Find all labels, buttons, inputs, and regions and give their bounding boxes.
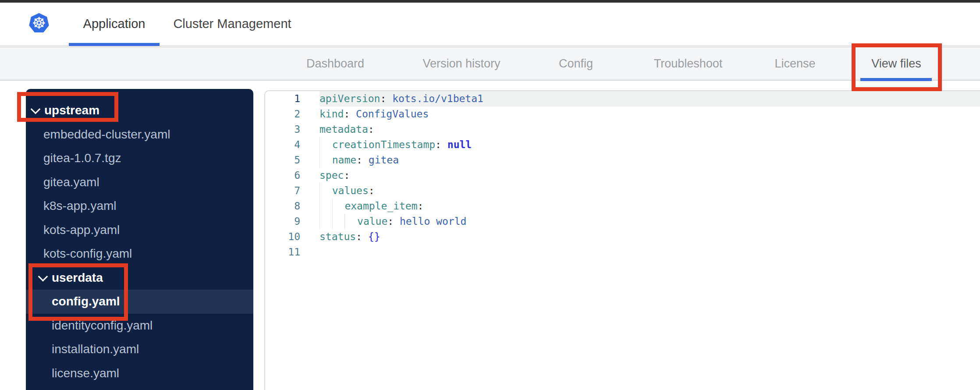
app-header: ☸ Application Cluster Management [0, 3, 980, 46]
tree-item-kots-app.yaml[interactable]: kots-app.yaml [26, 218, 253, 242]
subnav-tab-view-files[interactable]: View files [871, 47, 921, 80]
indent-guide [332, 214, 345, 229]
line-number: 9 [265, 214, 320, 229]
tab-cluster-management-label: Cluster Management [173, 17, 291, 31]
tree-item-userdata[interactable]: userdata [26, 266, 253, 290]
code-line-content: apiVersion: kots.io/v1beta1 [320, 91, 980, 106]
line-number: 3 [265, 122, 320, 137]
tree-item-installation.yaml[interactable]: installation.yaml [26, 337, 253, 362]
tree-item-label: kots-config.yaml [43, 247, 132, 261]
code-line-content: spec: [320, 168, 980, 183]
subnav-tab-dashboard[interactable]: Dashboard [306, 47, 364, 80]
line-number: 2 [265, 106, 320, 122]
tab-cluster-management[interactable]: Cluster Management [167, 3, 298, 45]
indent-guide [320, 152, 332, 168]
code-line-8: 8 example_item: [265, 199, 980, 214]
subnav-tab-config[interactable]: Config [559, 47, 593, 80]
tree-item-identityconfig.yaml[interactable]: identityconfig.yaml [26, 314, 253, 338]
code-line-3: 3metadata: [265, 122, 980, 137]
tab-application[interactable]: Application [69, 3, 160, 45]
code-line-6: 6spec: [265, 168, 980, 183]
tree-item-upstream[interactable]: upstream [26, 99, 253, 123]
tree-item-label: embedded-cluster.yaml [43, 128, 170, 142]
line-number: 5 [265, 152, 320, 168]
subnav-tab-version-history[interactable]: Version history [423, 47, 500, 80]
active-tab-underline [69, 43, 160, 46]
line-number: 10 [265, 229, 320, 245]
tree-item-gitea.yaml[interactable]: gitea.yaml [26, 170, 253, 195]
tree-item-gitea-1.0.7.tgz[interactable]: gitea-1.0.7.tgz [26, 146, 253, 170]
line-number: 4 [265, 137, 320, 152]
tab-application-label: Application [83, 17, 146, 31]
tree-item-label: gitea-1.0.7.tgz [43, 151, 121, 165]
tree-item-label: license.yaml [52, 366, 119, 380]
code-line-content: metadata: [320, 122, 980, 137]
indent-guide [332, 199, 345, 214]
tree-item-config.yaml[interactable]: config.yaml [26, 290, 253, 314]
yaml-file-viewer[interactable]: 1apiVersion: kots.io/v1beta12kind: Confi… [264, 90, 980, 390]
view-files-active-underline [860, 78, 932, 81]
code-line-1: 1apiVersion: kots.io/v1beta1 [265, 91, 980, 106]
code-line-5: 5 name: gitea [265, 152, 980, 168]
line-number: 8 [265, 199, 320, 214]
file-tree-sidebar: upstreamembedded-cluster.yamlgitea-1.0.7… [26, 89, 253, 390]
tree-item-label: kots-app.yaml [43, 223, 120, 237]
tree-item-license.yaml[interactable]: license.yaml [26, 362, 253, 386]
indent-guide [320, 137, 332, 152]
code-line-10: 10status: {} [265, 229, 980, 245]
indent-guide [344, 214, 357, 229]
tree-item-label: installation.yaml [52, 342, 139, 356]
code-line-content: creationTimestamp: null [320, 137, 980, 152]
code-line-7: 7 values: [265, 183, 980, 199]
code-line-content [320, 245, 980, 260]
code-line-content: example_item: [320, 199, 980, 214]
app-subnav: DashboardVersion historyConfigTroublesho… [0, 46, 980, 81]
chevron-down-icon [38, 272, 48, 282]
code-line-4: 4 creationTimestamp: null [265, 137, 980, 152]
chevron-down-icon [31, 104, 41, 114]
code-line-content: status: {} [320, 229, 980, 245]
code-line-11: 11 [265, 245, 980, 260]
subnav-tab-license[interactable]: License [774, 47, 815, 80]
code-line-content: name: gitea [320, 152, 980, 168]
tree-item-label: userdata [52, 271, 103, 285]
tree-item-kots-config.yaml[interactable]: kots-config.yaml [26, 242, 253, 266]
code-line-content: kind: ConfigValues [320, 106, 980, 122]
subnav-tab-troubleshoot[interactable]: Troubleshoot [654, 47, 723, 80]
tree-item-label: config.yaml [52, 294, 120, 308]
indent-guide [320, 214, 332, 229]
code-line-2: 2kind: ConfigValues [265, 106, 980, 122]
tree-item-label: gitea.yaml [43, 175, 99, 189]
line-number: 11 [265, 245, 320, 260]
tree-item-label: upstream [44, 103, 99, 117]
indent-guide [320, 183, 332, 199]
tree-item-k8s-app.yaml[interactable]: k8s-app.yaml [26, 194, 253, 218]
code-line-content: value: hello world [320, 214, 980, 229]
line-number: 6 [265, 168, 320, 183]
tree-item-embedded-cluster.yaml[interactable]: embedded-cluster.yaml [26, 123, 253, 147]
line-number: 7 [265, 183, 320, 199]
tree-item-label: k8s-app.yaml [43, 199, 117, 213]
line-number: 1 [265, 91, 320, 106]
code-line-content: values: [320, 183, 980, 199]
kubernetes-logo-icon: ☸ [28, 12, 50, 34]
code-line-9: 9 value: hello world [265, 214, 980, 229]
indent-guide [320, 199, 332, 214]
tree-item-label: identityconfig.yaml [52, 319, 153, 333]
